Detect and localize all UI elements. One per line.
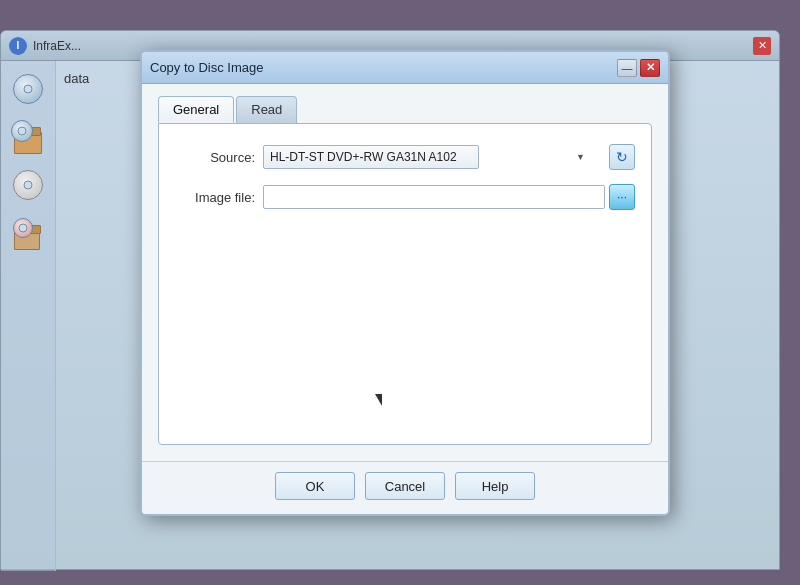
image-file-label: Image file:: [175, 190, 255, 205]
source-row: Source: HL-DT-ST DVD+-RW GA31N A102 ↻: [175, 144, 635, 170]
source-label: Source:: [175, 150, 255, 165]
sidebar: [1, 61, 56, 571]
dialog-title: Copy to Disc Image: [150, 60, 617, 75]
dialog-btn-group: — ✕: [617, 59, 660, 77]
tab-general[interactable]: General: [158, 96, 234, 123]
browse-button[interactable]: ···: [609, 184, 635, 210]
cursor-icon: [375, 394, 382, 406]
dialog-body: General Read Source: HL-DT-ST DVD+-RW GA…: [142, 84, 668, 461]
sidebar-disc-icon-1[interactable]: [10, 71, 46, 107]
source-control-group: HL-DT-ST DVD+-RW GA31N A102 ↻: [263, 144, 635, 170]
dialog-titlebar: Copy to Disc Image — ✕: [142, 52, 668, 84]
bg-close-btn[interactable]: ✕: [753, 37, 771, 55]
tab-general-content: Source: HL-DT-ST DVD+-RW GA31N A102 ↻ Im…: [158, 123, 652, 445]
sidebar-box-disc-icon[interactable]: [10, 119, 46, 155]
copy-to-disc-dialog: Copy to Disc Image — ✕ General Read Sour…: [140, 50, 670, 516]
dialog-close-button[interactable]: ✕: [640, 59, 660, 77]
bg-app-icon: I: [9, 37, 27, 55]
source-select[interactable]: HL-DT-ST DVD+-RW GA31N A102: [263, 145, 479, 169]
content-area: [175, 224, 635, 424]
sidebar-disc-icon-2[interactable]: [10, 167, 46, 203]
dialog-footer: OK Cancel Help: [142, 461, 668, 514]
ok-button[interactable]: OK: [275, 472, 355, 500]
refresh-button[interactable]: ↻: [609, 144, 635, 170]
cancel-button[interactable]: Cancel: [365, 472, 445, 500]
help-button[interactable]: Help: [455, 472, 535, 500]
bg-data-label: data: [56, 67, 97, 90]
image-file-row: Image file: ···: [175, 184, 635, 210]
dialog-minimize-button[interactable]: —: [617, 59, 637, 77]
image-file-control-group: ···: [263, 184, 635, 210]
bg-title: InfraEx...: [33, 39, 81, 53]
tab-read[interactable]: Read: [236, 96, 297, 123]
image-file-input[interactable]: [263, 185, 605, 209]
sidebar-disc-box-icon[interactable]: [10, 215, 46, 251]
source-select-wrapper: HL-DT-ST DVD+-RW GA31N A102: [263, 145, 605, 169]
tab-bar: General Read: [158, 96, 652, 123]
